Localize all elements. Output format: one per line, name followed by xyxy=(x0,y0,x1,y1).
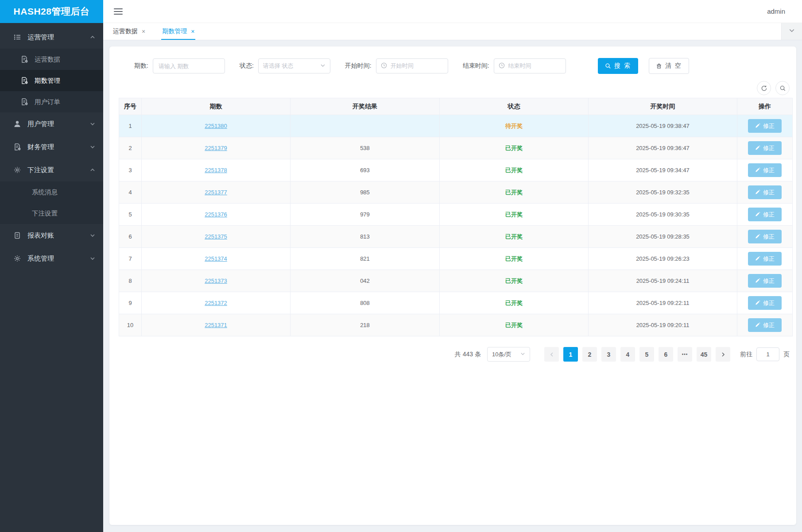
chevron-down-icon xyxy=(320,63,325,69)
edit-button[interactable]: 修正 xyxy=(748,208,782,221)
sidebar-item-report-reconciliation[interactable]: 报表对账 xyxy=(0,224,103,247)
sidebar-item-operation-data[interactable]: 运营数据 xyxy=(0,49,103,70)
pencil-icon xyxy=(755,168,760,173)
close-icon[interactable]: × xyxy=(142,28,145,35)
more-pages-button[interactable]: ••• xyxy=(678,347,692,362)
pencil-icon xyxy=(755,301,760,306)
goto-page: 前往 页 xyxy=(740,347,790,361)
cell-time: 2025-05-19 09:28:35 xyxy=(589,226,737,248)
clear-button[interactable]: 清 空 xyxy=(649,58,689,74)
tab-dropdown-button[interactable] xyxy=(781,23,802,40)
clock-icon xyxy=(499,62,508,70)
page-button[interactable]: 5 xyxy=(639,347,654,362)
user-menu[interactable]: admin xyxy=(767,8,785,15)
table-row: 7 2251374 821 已开奖 2025-05-19 09:26:23 修正 xyxy=(119,248,793,270)
issue-link[interactable]: 2251378 xyxy=(205,167,227,173)
date-placeholder: 开始时间 xyxy=(391,62,414,70)
edit-button[interactable]: 修正 xyxy=(748,252,782,266)
pagination: 共 443 条 10条/页 1 2 3 4 5 6 ••• 45 xyxy=(119,347,792,362)
prev-page-button[interactable] xyxy=(544,347,559,362)
sidebar-item-system-mgmt[interactable]: 系统管理 xyxy=(0,247,103,270)
sidebar-menu: 运营管理 运营数据 xyxy=(0,23,103,270)
issue-link[interactable]: 2251376 xyxy=(205,211,227,218)
issue-link[interactable]: 2251377 xyxy=(205,189,227,196)
status-badge: 已开奖 xyxy=(505,322,523,328)
edit-button[interactable]: 修正 xyxy=(748,163,782,177)
page-size-select[interactable]: 10条/页 xyxy=(487,347,530,362)
edit-button-label: 修正 xyxy=(763,277,775,285)
edit-button[interactable]: 修正 xyxy=(748,119,782,133)
edit-button[interactable]: 修正 xyxy=(748,141,782,155)
chevron-down-icon xyxy=(789,27,795,35)
refresh-icon xyxy=(761,85,767,92)
tab-issue-mgmt[interactable]: 期数管理 × xyxy=(162,23,194,40)
table-header-row: 序号 期数 开奖结果 状态 开奖时间 操作 xyxy=(119,98,793,115)
chevron-down-icon xyxy=(90,256,95,261)
column-search-button[interactable] xyxy=(775,81,790,95)
sidebar-item-issue-mgmt[interactable]: 期数管理 xyxy=(0,70,103,91)
page-button[interactable]: 45 xyxy=(697,347,711,362)
table-tools xyxy=(119,81,792,95)
sidebar-item-label: 财务管理 xyxy=(27,143,54,151)
start-time-picker[interactable]: 开始时间 xyxy=(376,58,448,73)
page-button[interactable]: 6 xyxy=(659,347,673,362)
page-button[interactable]: 1 xyxy=(563,347,578,362)
hamburger-menu-icon[interactable] xyxy=(114,7,123,16)
issue-link[interactable]: 2251379 xyxy=(205,145,227,151)
sidebar-item-system-messages[interactable]: 系统消息 xyxy=(0,181,103,203)
filter-status: 状态: 请选择 状态 xyxy=(240,58,330,73)
edit-button[interactable]: 修正 xyxy=(748,318,782,332)
select-placeholder: 请选择 状态 xyxy=(263,62,320,70)
sidebar-item-label: 下注设置 xyxy=(27,166,54,174)
cell-time: 2025-05-19 09:20:11 xyxy=(589,314,737,336)
page-button[interactable]: 4 xyxy=(620,347,635,362)
cell-result: 813 xyxy=(291,226,440,248)
close-icon[interactable]: × xyxy=(191,28,194,35)
issue-link[interactable]: 2251380 xyxy=(205,123,227,129)
sidebar-item-bet-settings-sub[interactable]: 下注设置 xyxy=(0,203,103,224)
sidebar-item-operation-mgmt[interactable]: 运营管理 xyxy=(0,26,103,49)
sidebar-item-label: 运营管理 xyxy=(27,33,54,42)
edit-button[interactable]: 修正 xyxy=(748,230,782,243)
search-button[interactable]: 搜 索 xyxy=(598,58,638,74)
status-filter-select[interactable]: 请选择 状态 xyxy=(258,58,330,73)
pencil-icon xyxy=(755,212,760,217)
issue-link[interactable]: 2251373 xyxy=(205,278,227,284)
sidebar-item-bet-settings[interactable]: 下注设置 xyxy=(0,158,103,181)
edit-button[interactable]: 修正 xyxy=(748,296,782,310)
pencil-icon xyxy=(755,234,760,239)
sidebar-item-user-orders[interactable]: 用户订单 xyxy=(0,91,103,112)
page-button[interactable]: 3 xyxy=(601,347,616,362)
trash-icon xyxy=(656,63,662,69)
sidebar-item-label: 期数管理 xyxy=(35,77,60,85)
goto-page-input[interactable] xyxy=(756,347,779,361)
search-icon xyxy=(605,63,611,69)
top-navbar: admin xyxy=(103,0,802,23)
status-badge: 已开奖 xyxy=(505,278,523,284)
issue-filter-input[interactable] xyxy=(153,58,225,73)
table-row: 9 2251372 808 已开奖 2025-05-19 09:22:11 修正 xyxy=(119,292,793,314)
tab-operation-data[interactable]: 运营数据 × xyxy=(113,23,145,40)
sidebar-item-finance-mgmt[interactable]: 财务管理 xyxy=(0,135,103,158)
issue-link[interactable]: 2251372 xyxy=(205,300,227,306)
column-header-index: 序号 xyxy=(119,98,142,115)
page-button[interactable]: 2 xyxy=(582,347,597,362)
sidebar-item-user-mgmt[interactable]: 用户管理 xyxy=(0,112,103,135)
chevron-up-icon xyxy=(90,35,95,40)
tab-label: 期数管理 xyxy=(162,27,187,35)
issue-link[interactable]: 2251371 xyxy=(205,322,227,328)
refresh-button[interactable] xyxy=(757,81,771,95)
search-icon xyxy=(779,85,786,92)
cell-time: 2025-05-19 09:26:23 xyxy=(589,248,737,270)
goto-suffix-label: 页 xyxy=(783,351,790,359)
cell-result: 042 xyxy=(291,270,440,292)
next-page-button[interactable] xyxy=(716,347,730,362)
issue-link[interactable]: 2251374 xyxy=(205,255,227,262)
cell-index: 5 xyxy=(119,204,142,226)
clear-button-label: 清 空 xyxy=(665,62,682,70)
issue-link[interactable]: 2251375 xyxy=(205,233,227,240)
end-time-picker[interactable]: 结束时间 xyxy=(494,58,566,73)
edit-button[interactable]: 修正 xyxy=(748,185,782,199)
edit-button[interactable]: 修正 xyxy=(748,274,782,288)
column-header-issue: 期数 xyxy=(142,98,291,115)
